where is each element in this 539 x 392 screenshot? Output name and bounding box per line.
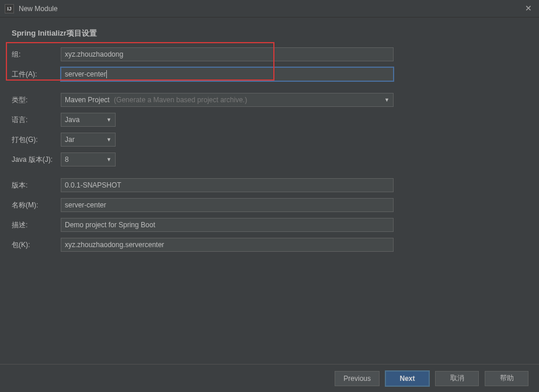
packaging-select[interactable]: Jar ▼	[61, 133, 116, 147]
java-version-value: 8	[65, 155, 69, 164]
next-button[interactable]: Next	[385, 371, 429, 386]
intellij-icon: IJ	[5, 4, 14, 13]
group-input[interactable]	[61, 47, 394, 61]
version-input[interactable]	[61, 178, 394, 192]
close-icon[interactable]: ✕	[525, 4, 532, 13]
packaging-label: 打包(G):	[12, 135, 61, 145]
language-label: 语言:	[12, 115, 61, 125]
chevron-down-icon: ▼	[106, 117, 112, 123]
java-version-label: Java 版本(J):	[12, 155, 61, 165]
page-title: Spring Initializr项目设置	[12, 28, 527, 39]
name-input[interactable]	[61, 198, 394, 212]
dialog-footer: Previous Next 取消 帮助	[0, 364, 539, 392]
chevron-down-icon: ▼	[384, 97, 390, 103]
artifact-label: 工件(A):	[12, 70, 61, 79]
language-value: Java	[65, 116, 79, 124]
packaging-value: Jar	[65, 136, 75, 144]
group-label: 组:	[12, 50, 61, 60]
type-label: 类型:	[12, 95, 61, 105]
previous-button[interactable]: Previous	[335, 371, 380, 386]
type-value: Maven Project	[65, 96, 110, 104]
chevron-down-icon: ▼	[106, 137, 112, 143]
language-select[interactable]: Java ▼	[61, 113, 116, 127]
java-version-select[interactable]: 8 ▼	[61, 152, 116, 166]
package-input[interactable]	[61, 238, 394, 252]
window-title: New Module	[19, 5, 58, 13]
help-button[interactable]: 帮助	[485, 371, 528, 386]
text-caret	[106, 70, 107, 78]
name-label: 名称(M):	[12, 200, 61, 210]
titlebar: IJ New Module ✕	[0, 0, 539, 18]
package-label: 包(K):	[12, 240, 61, 250]
description-label: 描述:	[12, 220, 61, 230]
artifact-input[interactable]: server-center	[61, 67, 394, 81]
chevron-down-icon: ▼	[106, 157, 112, 162]
type-hint: (Generate a Maven based project archive.…	[114, 96, 247, 104]
cancel-button[interactable]: 取消	[435, 371, 479, 386]
version-label: 版本:	[12, 181, 61, 190]
artifact-value: server-center	[65, 70, 106, 78]
type-select[interactable]: Maven Project (Generate a Maven based pr…	[61, 93, 394, 107]
description-input[interactable]	[61, 218, 394, 232]
